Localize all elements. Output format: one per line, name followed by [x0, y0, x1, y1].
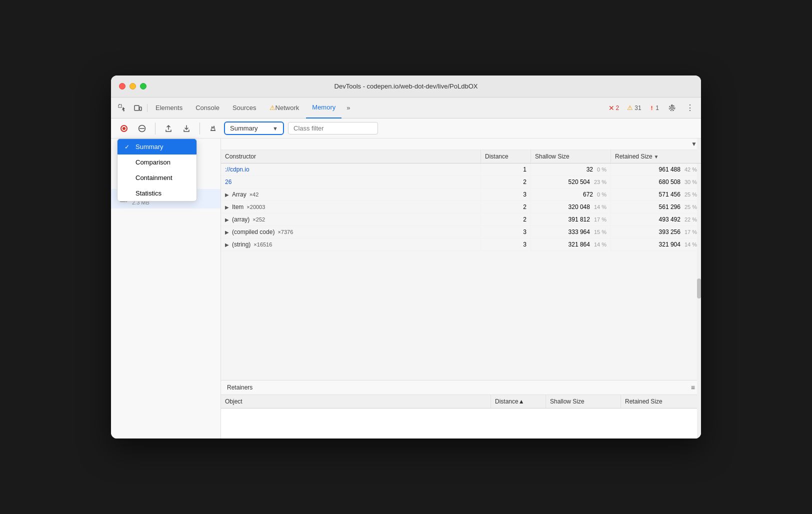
table-row[interactable]: ▶ Item ×20003 2 320 048 14 % 561 296 25 … — [221, 201, 701, 214]
toolbar-separator-1 — [147, 104, 148, 112]
devtools-icons — [115, 101, 145, 115]
dropdown-option-comparison[interactable]: Comparison — [118, 154, 196, 170]
record-button[interactable] — [117, 122, 131, 136]
warning-count-badge[interactable]: ⚠ 31 — [625, 103, 643, 112]
row-1-retained: 680 508 30 % — [611, 176, 701, 188]
tab-sources[interactable]: Sources — [226, 98, 262, 118]
table-row[interactable]: ://cdpn.io 1 32 0 % 961 488 42 % — [221, 164, 701, 176]
row-6-count: ×16516 — [254, 242, 272, 248]
retainers-menu-icon[interactable]: ≡ — [691, 384, 695, 392]
svg-rect-1 — [134, 106, 139, 110]
minimize-button[interactable] — [130, 83, 136, 90]
row-1-shallow: 520 504 23 % — [531, 176, 611, 188]
row-6-name: (string) — [232, 241, 250, 248]
table-row[interactable]: ▶ (string) ×16516 3 321 864 14 % 321 904… — [221, 238, 701, 251]
row-4-distance: 2 — [481, 214, 531, 226]
expand-icon[interactable]: ▶ — [225, 242, 229, 248]
row-6-shallow: 321 864 14 % — [531, 238, 611, 250]
expand-icon[interactable]: ▶ — [225, 230, 229, 235]
row-0-shallow: 32 0 % — [531, 164, 611, 176]
row-4-name: (array) — [232, 216, 250, 223]
row-0-constructor: ://cdpn.io — [221, 164, 481, 176]
retainers-col-distance[interactable]: Distance▲ — [491, 395, 546, 408]
expand-icon[interactable]: ▶ — [225, 204, 229, 210]
info-icon: ! — [650, 105, 654, 111]
dropdown-option-containment[interactable]: Containment — [118, 170, 196, 186]
retainers-col-object: Object — [221, 395, 491, 408]
row-1-constructor: 26 — [221, 176, 481, 188]
svg-point-4 — [670, 105, 675, 110]
settings-icon[interactable] — [665, 101, 679, 115]
expand-icon[interactable]: ▶ — [225, 192, 229, 198]
warning-icon: ⚠ — [627, 104, 633, 112]
retainers-title: Retainers — [227, 384, 252, 391]
heap-table: Constructor Distance Shallow Size Retain… — [221, 150, 701, 380]
data-panel: ▼ Constructor Distance Shallow Size Reta… — [221, 138, 701, 438]
sweep-button[interactable] — [206, 122, 220, 136]
class-filter-input[interactable] — [288, 122, 378, 134]
table-row[interactable]: 26 2 520 504 23 % 680 508 30 % — [221, 176, 701, 188]
retainers-col-retained: Retained Size — [621, 395, 701, 408]
svg-point-3 — [671, 106, 674, 109]
table-row[interactable]: ▶ (array) ×252 2 391 812 17 % 493 492 22… — [221, 214, 701, 226]
tab-memory[interactable]: Memory — [306, 98, 342, 118]
row-4-constructor: ▶ (array) ×252 — [221, 214, 481, 226]
svg-point-6 — [122, 127, 126, 130]
row-3-name: Item — [232, 204, 244, 210]
main-content: Profiles HEAP SNAPSHOTS Snapshot 1 1.5 M… — [111, 138, 701, 438]
scrollbar[interactable] — [697, 138, 701, 438]
download-button[interactable] — [180, 122, 194, 136]
scrollbar-thumb[interactable] — [697, 278, 701, 298]
info-count-badge[interactable]: ! 1 — [648, 104, 661, 112]
tab-console[interactable]: Console — [190, 98, 226, 118]
col-header-constructor: Constructor — [221, 150, 481, 163]
maximize-button[interactable] — [140, 83, 146, 90]
secondary-toolbar: Summary ▼ ✓ Summary Comparison Containme… — [111, 118, 701, 138]
upload-button[interactable] — [162, 122, 176, 136]
traffic-lights — [119, 83, 146, 90]
device-toggle-icon[interactable] — [131, 101, 145, 115]
table-row[interactable]: ▶ Array ×42 3 672 0 % 571 456 25 % — [221, 188, 701, 201]
more-tabs-button[interactable]: » — [342, 98, 354, 118]
summary-dropdown-menu: ✓ Summary Comparison Containment Statist… — [117, 138, 197, 202]
row-2-retained: 571 456 25 % — [611, 188, 701, 200]
network-warning-icon: ⚠ — [270, 104, 276, 112]
retainers-header: Retainers ≡ — [221, 380, 701, 395]
window-title: DevTools - codepen.io/web-dot-dev/live/P… — [334, 82, 478, 90]
row-6-constructor: ▶ (string) ×16516 — [221, 238, 481, 250]
row-4-retained: 493 492 22 % — [611, 214, 701, 226]
table-row[interactable]: ▶ (compiled code) ×7376 3 333 964 15 % 3… — [221, 226, 701, 238]
error-icon: ✕ — [608, 104, 614, 112]
toolbar-right-section: ✕ 2 ⚠ 31 ! 1 ⋮ — [606, 101, 697, 115]
row-2-shallow: 672 0 % — [531, 188, 611, 200]
inspect-icon[interactable] — [115, 101, 129, 115]
row-0-retained: 961 488 42 % — [611, 164, 701, 176]
row-0-name: ://cdpn.io — [225, 166, 250, 173]
row-0-distance: 1 — [481, 164, 531, 176]
row-3-constructor: ▶ Item ×20003 — [221, 201, 481, 213]
row-5-shallow: 333 964 15 % — [531, 226, 611, 238]
col-header-retained[interactable]: Retained Size — [611, 150, 701, 163]
error-count-badge[interactable]: ✕ 2 — [606, 103, 622, 113]
clear-button[interactable] — [135, 122, 149, 136]
retainers-table-header: Object Distance▲ Shallow Size Retained S… — [221, 395, 701, 408]
row-1-distance: 2 — [481, 176, 531, 188]
tab-elements[interactable]: Elements — [150, 98, 188, 118]
row-4-count: ×252 — [252, 216, 265, 222]
dropdown-option-summary[interactable]: ✓ Summary — [118, 139, 196, 154]
row-2-distance: 3 — [481, 188, 531, 200]
more-options-icon[interactable]: ⋮ — [683, 101, 697, 115]
tab-network[interactable]: ⚠ Network — [264, 98, 306, 118]
retainers-body — [221, 408, 701, 438]
close-button[interactable] — [119, 83, 126, 90]
summary-dropdown[interactable]: Summary ▼ — [224, 122, 284, 135]
view-dropdown-arrow[interactable]: ▼ — [691, 140, 697, 148]
titlebar: DevTools - codepen.io/web-dot-dev/live/P… — [111, 76, 701, 98]
check-icon: ✓ — [124, 144, 132, 150]
dropdown-option-statistics[interactable]: Statistics — [118, 186, 196, 201]
row-5-count: ×7376 — [278, 229, 293, 235]
col-header-distance: Distance — [481, 150, 531, 163]
row-3-distance: 2 — [481, 201, 531, 213]
col-header-shallow: Shallow Size — [531, 150, 611, 163]
expand-icon[interactable]: ▶ — [225, 217, 229, 222]
